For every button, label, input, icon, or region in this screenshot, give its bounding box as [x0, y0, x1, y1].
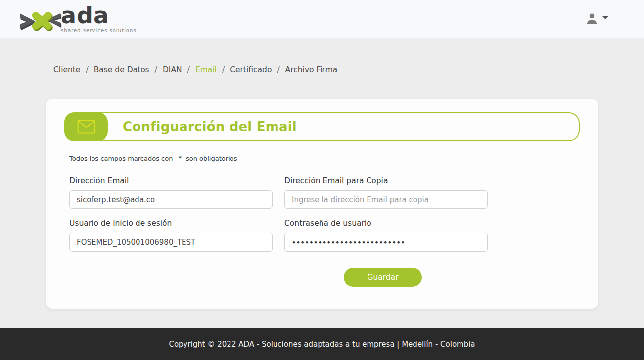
ada-logo: ada shared services solutions — [17, 3, 137, 35]
field-contrasena-usuario: Contraseña de usuario — [284, 219, 488, 252]
field-direccion-email: Dirección Email — [69, 176, 273, 209]
page-title: Configuarción del Email — [123, 119, 297, 134]
password-field-label: Contraseña de usuario — [284, 219, 488, 228]
app-header: ada shared services solutions — [0, 0, 644, 38]
required-fields-note: Todos los campos marcados con * son obli… — [69, 155, 598, 162]
email-copy-field-label: Dirección Email para Copia — [284, 176, 488, 185]
breadcrumb-dian[interactable]: DIAN — [163, 65, 182, 74]
breadcrumb: Cliente / Base de Datos / DIAN / Email /… — [53, 38, 644, 74]
copyright-text: Copyright © 2022 ADA - Soluciones adapta… — [169, 340, 475, 349]
card-header: Configuarción del Email — [64, 112, 580, 141]
email-field-label: Dirección Email — [69, 176, 273, 185]
save-button[interactable]: Guardar — [344, 268, 422, 287]
breadcrumb-cliente[interactable]: Cliente — [53, 65, 80, 74]
breadcrumb-separator: / — [277, 65, 279, 74]
field-usuario-inicio-sesion: Usuario de inicio de sesión — [69, 219, 273, 252]
breadcrumb-separator: / — [86, 65, 88, 74]
envelope-icon-box — [64, 112, 108, 141]
username-field[interactable] — [69, 233, 273, 252]
email-config-card: Configuarción del Email Todos los campos… — [46, 99, 598, 309]
breadcrumb-separator: / — [187, 65, 190, 74]
app-footer: Copyright © 2022 ADA - Soluciones adapta… — [0, 328, 644, 360]
envelope-icon — [77, 120, 95, 134]
username-field-label: Usuario de inicio de sesión — [69, 219, 273, 228]
required-note-prefix: Todos los campos marcados con — [69, 155, 173, 162]
breadcrumb-base-de-datos[interactable]: Base de Datos — [94, 65, 149, 74]
email-field[interactable] — [69, 190, 273, 209]
breadcrumb-separator: / — [222, 65, 225, 74]
ada-logo-icon — [17, 5, 63, 35]
field-direccion-email-copia: Dirección Email para Copia — [284, 176, 488, 209]
logo-wordmark: ada — [61, 4, 137, 26]
breadcrumb-separator: / — [155, 65, 157, 74]
breadcrumb-certificado[interactable]: Certificado — [230, 65, 272, 74]
chevron-down-icon — [602, 16, 608, 19]
main-area: Cliente / Base de Datos / DIAN / Email /… — [0, 38, 644, 328]
user-menu[interactable] — [585, 12, 608, 26]
password-field[interactable] — [284, 233, 488, 252]
form-actions: Guardar — [69, 268, 598, 287]
breadcrumb-email-active[interactable]: Email — [195, 65, 217, 74]
user-icon — [585, 12, 598, 26]
breadcrumb-archivo-firma[interactable]: Archivo Firma — [285, 65, 338, 74]
required-marker: * — [178, 154, 182, 162]
email-copy-field[interactable] — [284, 190, 488, 209]
email-config-form: Dirección Email Dirección Email para Cop… — [69, 176, 488, 252]
logo-tagline: shared services solutions — [61, 27, 137, 33]
required-note-suffix: son obligatorios — [186, 155, 237, 162]
